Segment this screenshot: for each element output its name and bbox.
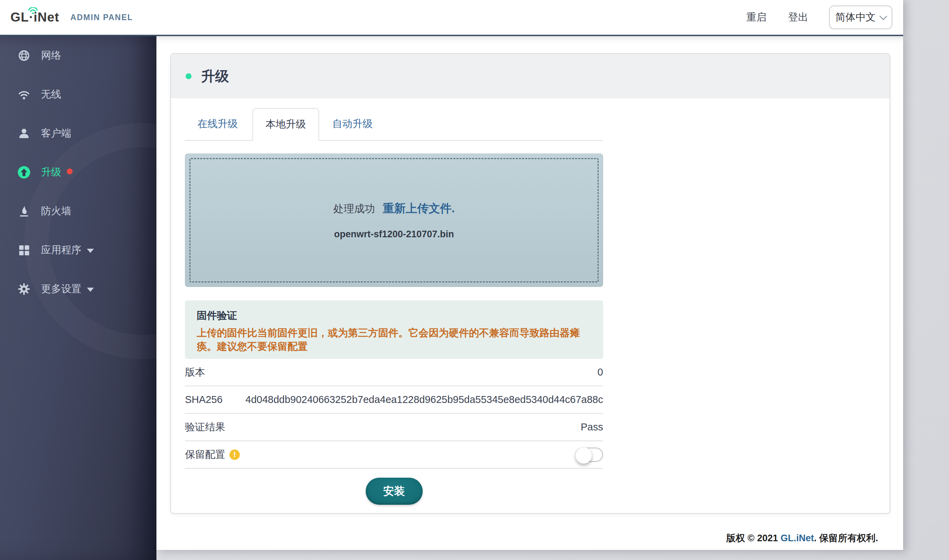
sidebar-item-label: 无线 [41, 88, 61, 102]
row-value: 0 [598, 366, 603, 378]
keep-settings-label: 保留配置 [185, 448, 225, 462]
row-value: 4d048ddb90240663252b7eda4ea1228d9625b95d… [245, 394, 603, 405]
sidebar-item-network[interactable]: 网络 [0, 36, 156, 75]
logout-button[interactable]: 登出 [788, 11, 808, 24]
sidebar-item-clients[interactable]: 客户端 [0, 114, 156, 153]
dashed-border [189, 158, 599, 282]
tab-local-upgrade[interactable]: 本地升级 [253, 108, 319, 141]
row-label: SHA256 [185, 394, 222, 405]
sidebar-item-label: 升级 [41, 165, 61, 179]
globe-icon [17, 49, 31, 62]
table-row-verify-result: 验证结果 Pass [185, 414, 603, 441]
sidebar-item-label: 防火墙 [41, 204, 71, 218]
main-content: 升级 在线升级 本地升级 自动升级 处理成功 重新上传文件. [156, 36, 903, 550]
row-label: 版本 [185, 365, 205, 379]
flame-icon [17, 205, 31, 218]
page-title: 升级 [201, 67, 229, 86]
header-actions: 重启 登出 简体中文 [746, 6, 892, 29]
uploaded-filename: openwrt-sf1200-210707.bin [334, 229, 454, 240]
upgrade-tabs: 在线升级 本地升级 自动升级 [185, 108, 603, 141]
verification-title: 固件验证 [197, 309, 591, 322]
wifi-icon [17, 88, 31, 101]
sidebar-item-firewall[interactable]: 防火墙 [0, 192, 156, 231]
top-header: GL·iNet ADMIN PANEL 重启 登出 简体中文 [0, 0, 903, 36]
sidebar-item-label: 应用程序 [41, 243, 81, 257]
verification-warning-text: 上传的固件比当前固件更旧，或为第三方固件。它会因为硬件的不兼容而导致路由器瘫痪。… [197, 326, 591, 353]
reupload-file-link[interactable]: 重新上传文件. [383, 202, 455, 215]
caret-down-icon [87, 249, 94, 253]
upload-status-line: 处理成功 重新上传文件. [333, 201, 455, 217]
keep-settings-toggle[interactable] [575, 448, 603, 462]
row-label: 保留配置 ! [185, 448, 240, 462]
row-value: Pass [581, 422, 603, 433]
sidebar-nav: 网络 无线 客户端 [0, 36, 156, 560]
restart-button[interactable]: 重启 [746, 11, 767, 24]
sidebar-item-more-settings[interactable]: 更多设置 [0, 269, 156, 308]
admin-panel-title: ADMIN PANEL [71, 13, 133, 22]
copyright-suffix: . 保留所有权利. [814, 533, 878, 543]
table-row-sha256: SHA256 4d048ddb90240663252b7eda4ea1228d9… [185, 386, 603, 414]
chevron-down-icon [880, 12, 887, 20]
table-row-keep-settings: 保留配置 ! [185, 441, 603, 469]
toggle-knob [575, 447, 592, 464]
upgrade-card: 升级 在线升级 本地升级 自动升级 处理成功 重新上传文件. [170, 53, 890, 514]
upload-status-text: 处理成功 [333, 203, 375, 214]
tab-auto-upgrade[interactable]: 自动升级 [320, 108, 385, 140]
tab-online-upgrade[interactable]: 在线升级 [185, 108, 250, 140]
glinet-footer-link[interactable]: GL.iNet [780, 533, 814, 543]
language-value: 简体中文 [835, 11, 876, 24]
card-header: 升级 [171, 54, 890, 98]
logo-wifi-icon [28, 3, 38, 18]
caret-down-icon [87, 288, 94, 292]
sidebar-item-applications[interactable]: 应用程序 [0, 231, 156, 269]
admin-panel-page: GL·iNet ADMIN PANEL 重启 登出 简体中文 [0, 0, 949, 560]
warning-exclamation-icon: ! [230, 449, 240, 460]
install-button[interactable]: 安装 [366, 478, 423, 505]
copyright-footer: 版权 © 2021 GL.iNet. 保留所有权利. [726, 532, 878, 545]
user-icon [17, 127, 31, 140]
glinet-logo[interactable]: GL·iNet [11, 10, 59, 25]
status-dot-icon [186, 73, 191, 79]
notification-dot-icon [67, 168, 72, 174]
sidebar-item-label: 网络 [41, 49, 61, 63]
language-selector[interactable]: 简体中文 [829, 6, 892, 29]
apps-grid-icon [17, 243, 31, 257]
sidebar-item-label: 客户端 [41, 126, 71, 140]
row-label: 验证结果 [185, 420, 225, 434]
sidebar-item-label: 更多设置 [41, 282, 81, 296]
sidebar-item-wireless[interactable]: 无线 [0, 75, 156, 114]
card-body: 在线升级 本地升级 自动升级 处理成功 重新上传文件. openwrt-sf12… [171, 98, 890, 505]
gear-icon [17, 282, 31, 295]
copyright-prefix: 版权 © 2021 [726, 533, 780, 543]
table-row-version: 版本 0 [185, 359, 603, 386]
firmware-verification-panel: 固件验证 上传的固件比当前固件更旧，或为第三方固件。它会因为硬件的不兼容而导致路… [185, 300, 603, 359]
sidebar-item-upgrade[interactable]: 升级 [0, 153, 156, 192]
upgrade-arrow-icon [17, 166, 31, 179]
firmware-upload-dropzone[interactable]: 处理成功 重新上传文件. openwrt-sf1200-210707.bin [185, 154, 603, 287]
